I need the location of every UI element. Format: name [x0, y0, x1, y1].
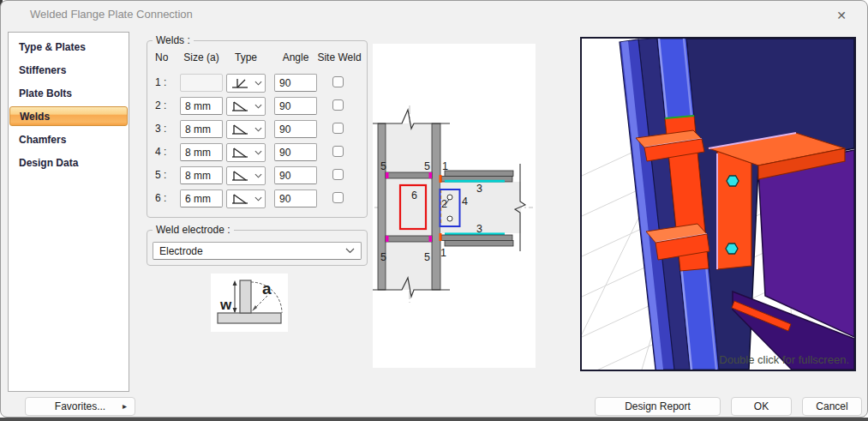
fillet-weld-icon	[230, 123, 250, 135]
flyout-arrow-icon: ▸	[123, 401, 127, 411]
electrode-dropdown[interactable]: Electrode	[153, 242, 362, 260]
size-input[interactable]	[180, 143, 223, 161]
ok-label: OK	[754, 400, 769, 412]
chevron-down-icon	[345, 248, 355, 254]
weld-type-dropdown[interactable]	[226, 74, 266, 93]
size-input[interactable]	[180, 120, 223, 138]
fillet-weld-icon	[230, 147, 250, 159]
sidebar-item-plate-bolts[interactable]: Plate Bolts	[9, 81, 129, 105]
diagram-label: 5	[380, 160, 386, 172]
col-size: Size (a)	[180, 51, 223, 63]
model-3d-view[interactable]: Double click for fullscreen.	[580, 37, 856, 371]
background-window-strip	[0, 418, 868, 421]
weld-symbol-figure: w a	[211, 274, 288, 332]
design-report-label: Design Report	[625, 400, 691, 412]
design-report-button[interactable]: Design Report	[595, 397, 721, 416]
close-button[interactable]: ✕	[828, 5, 855, 26]
diagram-label: 1	[442, 160, 448, 172]
row-label: 1 :	[155, 76, 166, 88]
cancel-button[interactable]: Cancel	[802, 397, 862, 416]
chevron-down-icon	[254, 173, 262, 178]
sidebar-item-type-plates[interactable]: Type & Plates	[9, 35, 129, 58]
angle-input[interactable]	[274, 97, 317, 115]
col-angle: Angle	[274, 51, 317, 63]
dialog-welded-flange-plate-connection: Welded Flange Plate Connection ✕ Type & …	[0, 0, 868, 418]
sidebar-item-welds[interactable]: Welds	[9, 106, 128, 126]
ok-button[interactable]: OK	[731, 397, 792, 416]
chevron-down-icon	[254, 127, 262, 132]
favorites-button[interactable]: Favorites... ▸	[25, 397, 135, 416]
diagram-label: 3	[476, 223, 482, 235]
diagram-label: 4	[462, 195, 468, 207]
double-fillet-weld-icon	[230, 77, 250, 89]
size-input[interactable]	[180, 189, 223, 207]
row-label: 2 :	[155, 99, 166, 111]
site-weld-checkbox[interactable]	[332, 123, 344, 134]
model-3d-render	[582, 39, 854, 370]
row-label: 3 :	[155, 123, 166, 135]
site-weld-checkbox[interactable]	[332, 169, 344, 180]
chevron-down-icon	[254, 104, 262, 109]
site-weld-checkbox[interactable]	[332, 146, 344, 157]
electrode-value: Electrode	[159, 245, 203, 257]
weld-row-2: 2 :	[147, 97, 367, 115]
weld-electrode-group: Weld electrode : Electrode	[147, 230, 368, 266]
row-label: 5 :	[155, 169, 166, 181]
angle-input[interactable]	[274, 143, 317, 161]
screen: Welded Flange Plate Connection ✕ Type & …	[0, 0, 868, 421]
weld-type-dropdown[interactable]	[226, 166, 266, 185]
site-weld-checkbox[interactable]	[332, 192, 344, 203]
connection-diagram-2d: 5 5 1 6 3 2 4 3 5 5 1	[373, 44, 536, 368]
bolt-icon	[726, 244, 738, 254]
weld-row-6: 6 :	[147, 189, 367, 207]
diagram-label: 3	[476, 183, 482, 195]
site-weld-checkbox[interactable]	[332, 76, 344, 87]
weld-row-4: 4 :	[147, 143, 367, 161]
diagram-label: 1	[440, 247, 446, 259]
fillet-weld-icon	[230, 100, 250, 112]
sidebar-item-stiffeners[interactable]: Stiffeners	[9, 58, 129, 81]
weld-type-dropdown[interactable]	[226, 143, 266, 162]
welds-group: Welds : No Size (a) Type Angle Site Weld…	[147, 40, 368, 218]
size-input	[180, 74, 223, 92]
angle-input[interactable]	[274, 189, 317, 207]
diagram-label: 5	[424, 251, 430, 263]
diagram-label: 5	[424, 160, 430, 172]
bolt-icon	[727, 176, 739, 186]
diagram-label: 6	[411, 189, 417, 201]
weld-electrode-group-title: Weld electrode :	[153, 224, 234, 236]
col-no: No	[155, 51, 168, 63]
chevron-down-icon	[254, 196, 262, 201]
welds-table-header: No Size (a) Type Angle Site Weld	[147, 51, 367, 65]
row-label: 4 :	[155, 146, 166, 158]
angle-input[interactable]	[274, 74, 317, 92]
col-type: Type	[226, 51, 266, 63]
site-weld-checkbox[interactable]	[332, 99, 344, 111]
sidebar-item-chamfers[interactable]: Chamfers	[9, 128, 129, 151]
size-input[interactable]	[180, 97, 223, 115]
weld-row-5: 5 :	[147, 166, 367, 184]
diagram-label: 5	[380, 251, 386, 263]
diagram-label: 2	[441, 198, 447, 210]
close-icon: ✕	[836, 9, 847, 22]
welds-group-title: Welds :	[153, 34, 194, 46]
weld-width-label: w	[219, 297, 232, 313]
weld-row-3: 3 :	[147, 120, 367, 138]
fillet-weld-icon	[230, 193, 250, 205]
weld-throat-label: a	[262, 280, 272, 298]
size-input[interactable]	[180, 166, 223, 184]
weld-type-dropdown[interactable]	[226, 97, 266, 116]
chevron-down-icon	[254, 150, 262, 155]
fullscreen-hint: Double click for fullscreen.	[719, 353, 849, 366]
chevron-down-icon	[254, 81, 262, 86]
angle-input[interactable]	[274, 120, 317, 138]
weld-type-dropdown[interactable]	[226, 120, 266, 139]
weld-type-dropdown[interactable]	[226, 189, 266, 208]
angle-input[interactable]	[274, 166, 317, 184]
row-label: 6 :	[155, 192, 166, 204]
weld-row-1: 1 :	[147, 74, 367, 92]
fillet-weld-icon	[230, 170, 250, 182]
sidebar-item-design-data[interactable]: Design Data	[9, 151, 129, 174]
title-bar: Welded Flange Plate Connection ✕	[1, 1, 867, 28]
window-title: Welded Flange Plate Connection	[30, 8, 193, 21]
